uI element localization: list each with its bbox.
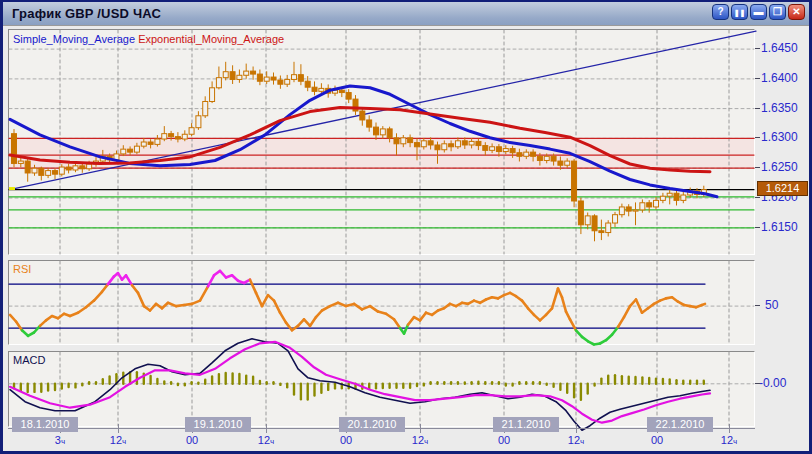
candlestick-chart[interactable] [9,30,754,254]
pause-icon: ❚❚ [734,9,746,16]
legend-ema-label: Exponential_Moving_Average [138,33,284,45]
chart-window: График GBP /USD ЧАС ?❚❚▬❐✕ Simple_Moving… [0,0,812,454]
rsi-label: RSI [13,263,31,275]
pause-button[interactable]: ❚❚ [731,4,748,20]
rsi-chart[interactable] [9,261,754,344]
restore-button[interactable]: ❐ [769,4,786,20]
rsi-panel[interactable]: RSI [8,260,755,345]
help-button[interactable]: ? [712,4,729,20]
titlebar-buttons: ?❚❚▬❐✕ [712,4,805,20]
close-button[interactable]: ✕ [788,4,805,20]
window-titlebar[interactable]: График GBP /USD ЧАС ?❚❚▬❐✕ [3,2,809,25]
question-icon: ? [717,6,723,17]
chart-client-area: Simple_Moving_Average Exponential_Moving… [3,25,809,451]
restore-icon: ❐ [773,6,782,17]
legend-sma-label: Simple_Moving_Average [13,33,135,45]
minimize-icon: ▬ [754,6,764,17]
macd-label: MACD [13,354,45,366]
macd-chart[interactable] [9,352,754,426]
minimize-button[interactable]: ▬ [750,4,767,20]
window-title: График GBP /USD ЧАС [12,6,161,21]
macd-panel[interactable]: MACD [8,351,755,427]
price-chart-panel[interactable]: Simple_Moving_Average Exponential_Moving… [8,29,755,255]
close-icon: ✕ [792,6,800,17]
chart-legend: Simple_Moving_Average Exponential_Moving… [13,33,284,45]
